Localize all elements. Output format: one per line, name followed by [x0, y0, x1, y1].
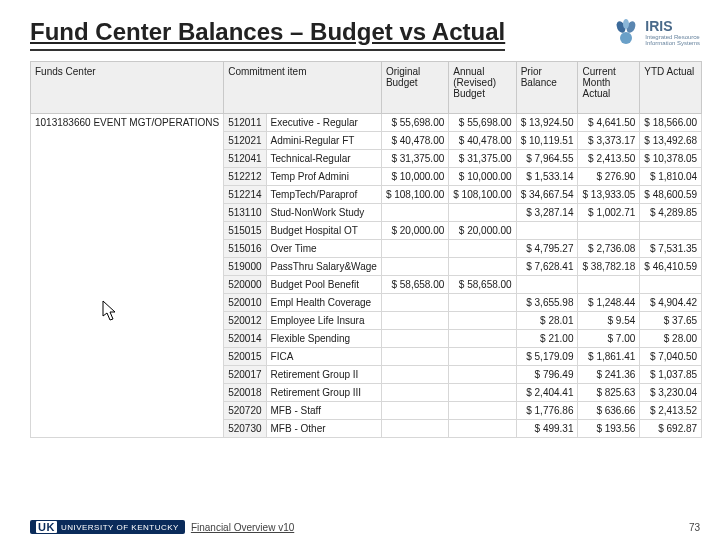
- value-cell: $ 55,698.00: [381, 113, 448, 131]
- value-cell: [381, 293, 448, 311]
- value-cell: $ 3,373.17: [578, 131, 640, 149]
- value-cell: $ 20,000.00: [381, 221, 448, 239]
- iris-logo: IRIS Integrated Resource Information Sys…: [611, 18, 700, 46]
- value-cell: $ 692.87: [640, 419, 702, 437]
- value-cell: [381, 329, 448, 347]
- commitment-desc: Over Time: [266, 239, 381, 257]
- commitment-code: 520014: [224, 329, 266, 347]
- slide-footer: UK UNIVERSITY OF KENTUCKY Financial Over…: [30, 520, 700, 534]
- value-cell: $ 31,375.00: [449, 149, 516, 167]
- value-cell: [381, 419, 448, 437]
- col-prior-balance: Prior Balance: [516, 61, 578, 113]
- value-cell: $ 31,375.00: [381, 149, 448, 167]
- value-cell: [381, 401, 448, 419]
- commitment-desc: MFB - Staff: [266, 401, 381, 419]
- value-cell: $ 10,119.51: [516, 131, 578, 149]
- value-cell: $ 193.56: [578, 419, 640, 437]
- commitment-desc: Budget Hospital OT: [266, 221, 381, 239]
- value-cell: $ 825.63: [578, 383, 640, 401]
- col-commit-item: Commitment item: [224, 61, 382, 113]
- balances-table: Funds Center Commitment item Original Bu…: [30, 61, 702, 438]
- commitment-desc: TempTech/Paraprof: [266, 185, 381, 203]
- value-cell: $ 10,378.05: [640, 149, 702, 167]
- uk-badge-text: UNIVERSITY OF KENTUCKY: [61, 523, 179, 532]
- commitment-code: 520012: [224, 311, 266, 329]
- commitment-desc: FICA: [266, 347, 381, 365]
- value-cell: $ 13,492.68: [640, 131, 702, 149]
- commitment-code: 513110: [224, 203, 266, 221]
- commitment-desc: Executive - Regular: [266, 113, 381, 131]
- value-cell: [449, 365, 516, 383]
- value-cell: $ 108,100.00: [381, 185, 448, 203]
- value-cell: [381, 383, 448, 401]
- table-header-row: Funds Center Commitment item Original Bu…: [31, 61, 702, 113]
- value-cell: $ 40,478.00: [381, 131, 448, 149]
- commitment-code: 515015: [224, 221, 266, 239]
- value-cell: $ 34,667.54: [516, 185, 578, 203]
- commitment-code: 520000: [224, 275, 266, 293]
- commitment-code: 520720: [224, 401, 266, 419]
- col-orig-budget: Original Budget: [381, 61, 448, 113]
- value-cell: $ 2,413.50: [578, 149, 640, 167]
- value-cell: [381, 257, 448, 275]
- value-cell: [449, 347, 516, 365]
- value-cell: $ 108,100.00: [449, 185, 516, 203]
- value-cell: $ 499.31: [516, 419, 578, 437]
- commitment-desc: Flexible Spending: [266, 329, 381, 347]
- value-cell: $ 58,658.00: [381, 275, 448, 293]
- value-cell: $ 1,776.86: [516, 401, 578, 419]
- iris-logo-name: IRIS: [645, 18, 700, 34]
- value-cell: $ 28.00: [640, 329, 702, 347]
- value-cell: $ 4,289.85: [640, 203, 702, 221]
- commitment-desc: Stud-NonWork Study: [266, 203, 381, 221]
- svg-point-3: [623, 19, 629, 29]
- value-cell: [516, 221, 578, 239]
- footer-text: Financial Overview v10: [191, 522, 294, 533]
- commitment-code: 512011: [224, 113, 266, 131]
- value-cell: [640, 275, 702, 293]
- value-cell: [381, 365, 448, 383]
- commitment-code: 519000: [224, 257, 266, 275]
- value-cell: $ 7,531.35: [640, 239, 702, 257]
- value-cell: $ 38,782.18: [578, 257, 640, 275]
- value-cell: [449, 419, 516, 437]
- commitment-desc: Budget Pool Benefit: [266, 275, 381, 293]
- value-cell: [449, 401, 516, 419]
- value-cell: [449, 311, 516, 329]
- value-cell: $ 1,810.04: [640, 167, 702, 185]
- value-cell: [381, 311, 448, 329]
- iris-icon: [611, 18, 641, 46]
- value-cell: $ 40,478.00: [449, 131, 516, 149]
- uk-badge-prefix: UK: [36, 521, 57, 533]
- value-cell: $ 7,964.55: [516, 149, 578, 167]
- commitment-desc: Temp Prof Admini: [266, 167, 381, 185]
- col-funds-center: Funds Center: [31, 61, 224, 113]
- value-cell: [449, 239, 516, 257]
- commitment-desc: Retirement Group III: [266, 383, 381, 401]
- commitment-code: 512021: [224, 131, 266, 149]
- value-cell: $ 796.49: [516, 365, 578, 383]
- value-cell: [640, 221, 702, 239]
- value-cell: $ 4,904.42: [640, 293, 702, 311]
- commitment-code: 520017: [224, 365, 266, 383]
- value-cell: $ 241.36: [578, 365, 640, 383]
- value-cell: [449, 257, 516, 275]
- value-cell: [381, 239, 448, 257]
- commitment-desc: Admini-Regular FT: [266, 131, 381, 149]
- commitment-code: 520015: [224, 347, 266, 365]
- commitment-code: 520010: [224, 293, 266, 311]
- commitment-code: 515016: [224, 239, 266, 257]
- value-cell: $ 3,287.14: [516, 203, 578, 221]
- svg-point-0: [620, 32, 632, 44]
- funds-center-cell: 1013183660 EVENT MGT/OPERATIONS: [31, 113, 224, 437]
- value-cell: $ 18,566.00: [640, 113, 702, 131]
- value-cell: $ 46,410.59: [640, 257, 702, 275]
- commitment-code: 520730: [224, 419, 266, 437]
- value-cell: $ 1,533.14: [516, 167, 578, 185]
- commitment-desc: Employee Life Insura: [266, 311, 381, 329]
- value-cell: $ 10,000.00: [449, 167, 516, 185]
- value-cell: $ 3,230.04: [640, 383, 702, 401]
- commitment-code: 512212: [224, 167, 266, 185]
- value-cell: [578, 275, 640, 293]
- value-cell: $ 7,628.41: [516, 257, 578, 275]
